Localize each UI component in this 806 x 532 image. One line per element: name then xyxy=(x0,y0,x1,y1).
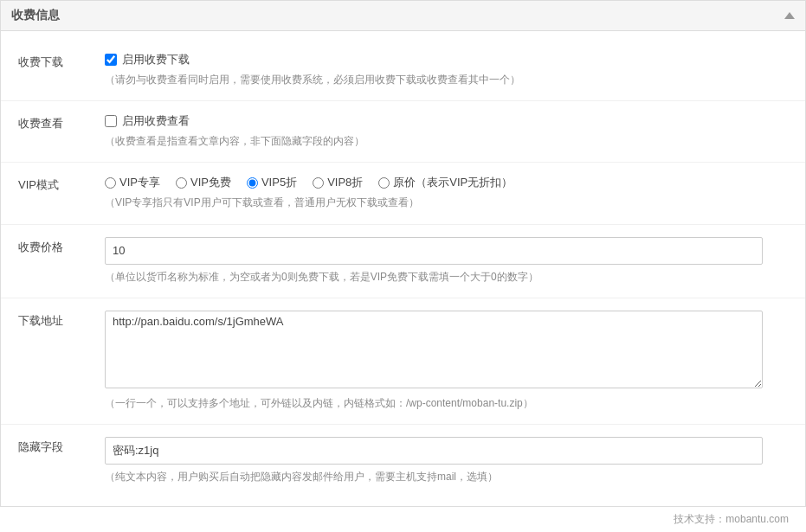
label-download-url: 下载地址 xyxy=(18,311,87,329)
content-vip-mode: VIP专享 VIP免费 VIP5折 VIP8折 xyxy=(87,175,788,211)
hint-charge-price: （单位以货币名称为标准，为空或者为0则免费下载，若是VIP免费下载需填一个大于0… xyxy=(105,269,788,285)
radio-vip-original[interactable]: 原价（表示VIP无折扣） xyxy=(378,175,513,190)
input-charge-price[interactable] xyxy=(105,237,763,265)
label-charge-download: 收费下载 xyxy=(18,52,87,70)
radio-vip-free[interactable]: VIP免费 xyxy=(176,175,231,190)
checkbox-charge-view[interactable] xyxy=(105,115,117,127)
label-charge-price: 收费价格 xyxy=(18,237,87,255)
radio-input-vip-5off[interactable] xyxy=(247,177,258,189)
hint-charge-download: （请勿与收费查看同时启用，需要使用收费系统，必须启用收费下载或收费查看其中一个） xyxy=(105,72,788,88)
label-hidden-field: 隐藏字段 xyxy=(18,437,87,455)
row-download-url: 下载地址 http://pan.baidu.com/s/1jGmheWA （一行… xyxy=(1,298,805,425)
radio-input-vip-8off[interactable] xyxy=(313,177,324,189)
radio-label-vip-exclusive: VIP专享 xyxy=(119,175,160,190)
content-charge-view: 启用收费查看 （收费查看是指查看文章内容，非下面隐藏字段的内容） xyxy=(87,113,788,150)
hint-download-url: （一行一个，可以支持多个地址，可外链以及内链，内链格式如：/wp-content… xyxy=(105,395,788,412)
label-vip-mode: VIP模式 xyxy=(18,175,87,193)
hint-hidden-field: （纯文本内容，用户购买后自动把隐藏内容发邮件给用户，需要主机支持mail，选填） xyxy=(105,469,788,485)
radio-vip-8off[interactable]: VIP8折 xyxy=(313,175,363,190)
row-charge-download: 收费下载 启用收费下载 （请勿与收费查看同时启用，需要使用收费系统，必须启用收费… xyxy=(1,40,805,101)
radio-label-vip-free: VIP免费 xyxy=(190,175,231,190)
textarea-download-url[interactable]: http://pan.baidu.com/s/1jGmheWA xyxy=(105,311,763,388)
checkbox-charge-download[interactable] xyxy=(105,54,117,66)
hint-vip-mode: （VIP专享指只有VIP用户可下载或查看，普通用户无权下载或查看） xyxy=(105,195,788,211)
row-charge-view: 收费查看 启用收费查看 （收费查看是指查看文章内容，非下面隐藏字段的内容） xyxy=(1,101,805,163)
section-title: 收费信息 xyxy=(11,8,60,23)
radio-vip-5off[interactable]: VIP5折 xyxy=(247,175,297,190)
radio-vip-exclusive[interactable]: VIP专享 xyxy=(105,175,160,190)
content-hidden-field: （纯文本内容，用户购买后自动把隐藏内容发邮件给用户，需要主机支持mail，选填） xyxy=(87,437,788,485)
vip-radio-group: VIP专享 VIP免费 VIP5折 VIP8折 xyxy=(105,175,788,190)
form-body: 收费下载 启用收费下载 （请勿与收费查看同时启用，需要使用收费系统，必须启用收费… xyxy=(0,31,806,507)
collapse-icon[interactable] xyxy=(784,12,795,19)
radio-input-vip-original[interactable] xyxy=(378,177,390,189)
input-hidden-field[interactable] xyxy=(105,437,763,465)
content-charge-price: （单位以货币名称为标准，为空或者为0则免费下载，若是VIP免费下载需填一个大于0… xyxy=(87,237,788,285)
radio-label-vip-8off: VIP8折 xyxy=(327,175,363,190)
hint-charge-view: （收费查看是指查看文章内容，非下面隐藏字段的内容） xyxy=(105,133,788,150)
radio-label-vip-5off: VIP5折 xyxy=(261,175,297,190)
label-charge-view: 收费查看 xyxy=(18,113,87,131)
content-charge-download: 启用收费下载 （请勿与收费查看同时启用，需要使用收费系统，必须启用收费下载或收费… xyxy=(87,52,788,88)
row-hidden-field: 隐藏字段 （纯文本内容，用户购买后自动把隐藏内容发邮件给用户，需要主机支持mai… xyxy=(1,425,805,497)
radio-label-vip-original: 原价（表示VIP无折扣） xyxy=(393,175,513,190)
radio-input-vip-free[interactable] xyxy=(176,177,187,189)
main-container: 收费信息 收费下载 启用收费下载 （请勿与收费查看同时启用，需要使用收费系统，必… xyxy=(0,0,806,532)
label-enable-charge-download[interactable]: 启用收费下载 xyxy=(122,52,190,67)
footer-credit: 技术支持：mobantu.com xyxy=(0,507,806,532)
content-download-url: http://pan.baidu.com/s/1jGmheWA （一行一个，可以… xyxy=(87,311,788,412)
row-charge-price: 收费价格 （单位以货币名称为标准，为空或者为0则免费下载，若是VIP免费下载需填… xyxy=(1,225,805,298)
radio-input-vip-exclusive[interactable] xyxy=(105,177,116,189)
section-header: 收费信息 xyxy=(0,0,806,31)
label-enable-charge-view[interactable]: 启用收费查看 xyxy=(122,113,190,129)
credit-text: 技术支持：mobantu.com xyxy=(674,513,789,525)
row-vip-mode: VIP模式 VIP专享 VIP免费 VIP5折 xyxy=(1,163,805,224)
